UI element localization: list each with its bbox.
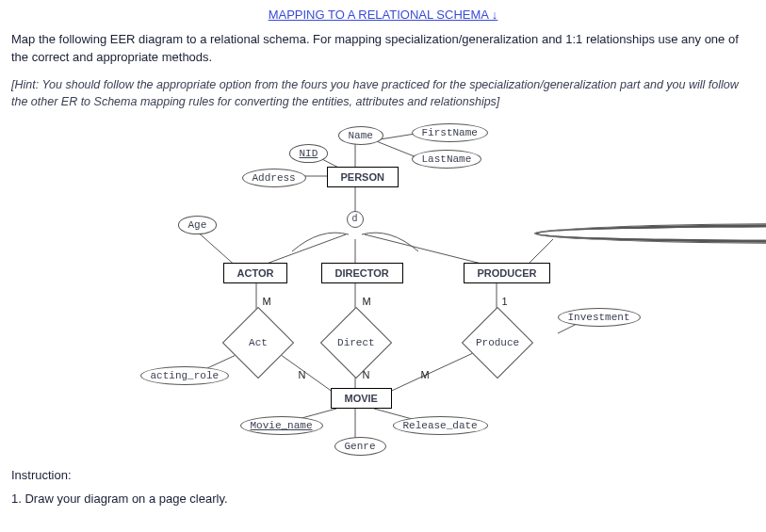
entity-movie: MOVIE [331,388,392,409]
attr-lastname: LastName [412,150,482,169]
instruction-item-1: 1. Draw your diagram on a page clearly. [11,492,755,506]
attr-release-date: Release_date [393,416,488,435]
card-direct-movie: N [363,369,370,380]
attr-movie-name: Movie_name [240,416,323,435]
card-actor-act: M [263,296,271,307]
attr-investment: Investment [558,308,641,327]
card-produce-movie: M [421,369,430,380]
page-title: MAPPING TO A RELATIONAL SCHEMA ↓ [11,8,755,22]
attr-name: Name [338,126,383,145]
entity-director: DIRECTOR [321,263,403,283]
svg-line-18 [383,347,485,395]
attr-address: Address [242,169,306,187]
rel-direct-label: Direct [337,337,375,348]
hint-paragraph: [Hint: You should follow the appropriate… [11,76,755,110]
eer-diagram: NID Name FirstName LastName Address PERS… [91,121,676,460]
rel-produce-label: Produce [475,337,518,348]
svg-line-9 [195,230,237,267]
spec-circle-d: d [347,211,364,228]
entity-producer: PRODUCER [464,263,551,283]
attr-acting-role: acting_role [140,366,230,385]
attr-firstname: FirstName [412,123,488,142]
card-director-direct: M [363,296,371,307]
entity-person: PERSON [327,167,399,187]
attr-age: Age [178,216,218,234]
entity-actor: ACTOR [223,263,288,283]
rel-act-label: Act [249,337,268,348]
attr-nid: NID [289,144,329,163]
question-paragraph: Map the following EER diagram to a relat… [11,31,755,67]
attr-genre: Genre [334,437,386,456]
card-producer-produce: 1 [502,296,508,307]
card-act-movie: N [299,369,306,380]
instruction-heading: Instruction: [11,468,755,482]
